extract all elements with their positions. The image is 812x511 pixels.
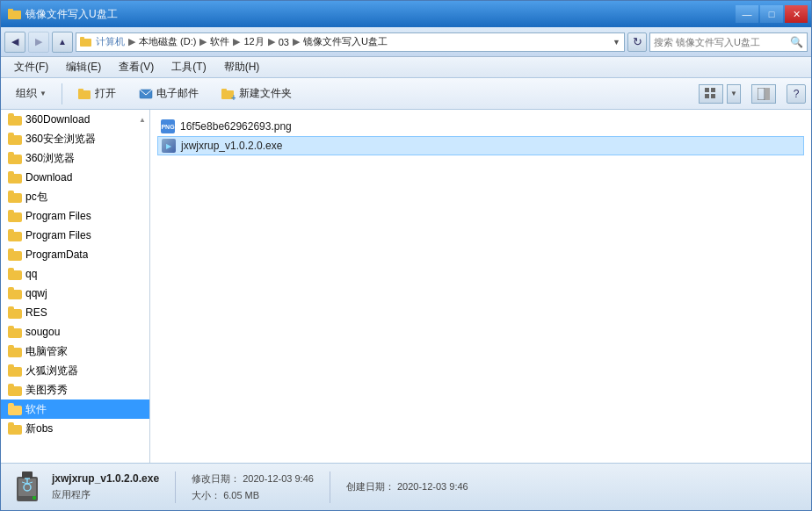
sidebar-label-360browser: 360浏览器 (25, 151, 75, 166)
sidebar-item-diannaogj[interactable]: 电脑管家 (1, 342, 149, 361)
organize-dropdown-arrow: ▼ (40, 90, 47, 97)
grid-view-icon (705, 88, 717, 100)
file-label-exe: jxwjxrup_v1.0.2.0.exe (181, 140, 282, 152)
new-folder-icon: + (221, 87, 236, 101)
sidebar-item-qqwj[interactable]: qqwj (1, 284, 149, 303)
sidebar-item-programfiles1[interactable]: Program Files (1, 206, 149, 226)
folder-icon-360browser-sec (8, 133, 22, 145)
menu-help[interactable]: 帮助(H) (216, 57, 268, 77)
view-dropdown-button[interactable]: ▼ (727, 84, 741, 104)
status-type: 应用程序 (52, 488, 159, 501)
open-button[interactable]: 打开 (68, 82, 126, 106)
menu-bar: 文件(F) 编辑(E) 查看(V) 工具(T) 帮助(H) (1, 57, 811, 78)
address-part-3: 软件 (210, 35, 229, 48)
sidebar: 360Download ▲ 360安全浏览器 360浏览器 Download p… (1, 110, 150, 463)
sep3: ▶ (233, 36, 240, 47)
svg-rect-15 (765, 88, 770, 100)
svg-rect-5 (78, 89, 83, 92)
sidebar-label-programdata: ProgramData (25, 248, 88, 261)
folder-icon-sougou (8, 326, 22, 338)
sidebar-label-pc: pc包 (25, 190, 47, 205)
sep5: ▶ (293, 36, 300, 47)
sidebar-item-qq[interactable]: qq (1, 264, 149, 284)
sidebar-item-newobs[interactable]: 新obs (1, 419, 149, 438)
up-button[interactable]: ▲ (52, 32, 73, 53)
sidebar-label-newobs: 新obs (25, 421, 53, 436)
address-part-6: 镜像文件写入U盘工 (303, 35, 388, 48)
back-button[interactable]: ◀ (4, 32, 25, 53)
search-button[interactable]: 🔍 (790, 36, 803, 48)
sidebar-label-firefox: 火狐浏览器 (25, 363, 78, 378)
new-folder-button[interactable]: + 新建文件夹 (212, 82, 301, 106)
close-button[interactable]: ✕ (785, 5, 808, 23)
address-dropdown-button[interactable]: ▼ (613, 38, 620, 47)
email-button[interactable]: 电子邮件 (129, 82, 208, 106)
svg-rect-11 (711, 88, 715, 92)
sidebar-item-ruanjian[interactable]: 软件 (1, 399, 149, 419)
preview-pane-button[interactable] (751, 84, 776, 104)
sidebar-label-download: Download (25, 171, 72, 184)
refresh-button[interactable]: ↻ (627, 32, 647, 52)
sidebar-item-download[interactable]: Download (1, 168, 149, 187)
sidebar-item-pc[interactable]: pc包 (1, 187, 149, 206)
new-folder-label: 新建文件夹 (239, 86, 292, 101)
sidebar-item-programfiles2[interactable]: Program Files (1, 226, 149, 245)
status-detail-created: 创建日期： 2020-12-03 9:46 (346, 480, 468, 493)
folder-icon-firefox (8, 364, 22, 377)
file-item-png[interactable]: PNG 16f5e8be62962693.png (157, 117, 804, 136)
sidebar-item-firefox[interactable]: 火狐浏览器 (1, 361, 149, 380)
status-size-line: 大小： 6.05 MB (192, 489, 314, 502)
svg-rect-18 (22, 471, 33, 479)
sidebar-item-360browser-sec[interactable]: 360安全浏览器 (1, 129, 149, 148)
menu-tools[interactable]: 工具(T) (163, 57, 214, 77)
usb-icon-area (11, 471, 43, 503)
sep2: ▶ (199, 36, 207, 47)
sidebar-item-programdata[interactable]: ProgramData (1, 245, 149, 264)
sidebar-label-programfiles2: Program Files (25, 229, 91, 241)
sep1: ▶ (128, 36, 135, 47)
search-box: 🔍 (649, 32, 808, 52)
menu-edit[interactable]: 编辑(E) (58, 57, 109, 77)
window-icon (8, 7, 22, 21)
title-bar: 镜像文件写入U盘工 — □ ✕ (1, 1, 811, 27)
address-bar[interactable]: 计算机 ▶ 本地磁盘 (D:) ▶ 软件 ▶ 12月 ▶ 03 ▶ 镜像文件写入… (76, 32, 625, 52)
sidebar-item-360browser[interactable]: 360浏览器 (1, 148, 149, 168)
content-area: 360Download ▲ 360安全浏览器 360浏览器 Download p… (1, 110, 811, 463)
status-bar: jxwjxrup_v1.0.2.0.exe 应用程序 修改日期： 2020-12… (1, 463, 811, 510)
open-icon (77, 87, 91, 101)
organize-label: 组织 (16, 86, 37, 101)
help-button[interactable]: ? (787, 84, 806, 104)
sidebar-expand-360download: ▲ (139, 116, 146, 124)
menu-view[interactable]: 查看(V) (111, 57, 162, 77)
sidebar-item-res[interactable]: RES (1, 303, 149, 322)
menu-file[interactable]: 文件(F) (6, 57, 56, 77)
title-bar-left: 镜像文件写入U盘工 (8, 7, 118, 22)
window: 镜像文件写入U盘工 — □ ✕ ◀ ▶ ▲ 计算机 ▶ 本地磁盘 (D:) ▶ … (0, 0, 812, 511)
minimize-button[interactable]: — (736, 5, 758, 23)
file-item-exe[interactable]: jxwjxrup_v1.0.2.0.exe (157, 136, 804, 155)
folder-icon-small (80, 36, 92, 48)
organize-button[interactable]: 组织 ▼ (6, 82, 56, 106)
sidebar-label-360browser-sec: 360安全浏览器 (25, 132, 96, 147)
address-part-4: 12月 (243, 35, 264, 48)
sidebar-label-360download: 360Download (25, 113, 90, 126)
sidebar-label-ruanjian: 软件 (25, 402, 47, 417)
status-created-label: 创建日期： (346, 481, 395, 492)
svg-rect-10 (705, 88, 709, 92)
toolbar: 组织 ▼ 打开 电子邮件 + 新建文件夹 (1, 78, 811, 110)
sidebar-item-sougou[interactable]: sougou (1, 322, 149, 342)
sidebar-item-meitu[interactable]: 美图秀秀 (1, 380, 149, 399)
maximize-button[interactable]: □ (760, 5, 783, 23)
sidebar-label-meitu: 美图秀秀 (25, 383, 68, 398)
search-input[interactable] (654, 37, 787, 47)
sidebar-item-360download[interactable]: 360Download ▲ (1, 110, 149, 129)
title-controls: — □ ✕ (736, 5, 808, 23)
status-size-label: 大小： (192, 490, 221, 500)
status-separator-2 (330, 471, 330, 503)
folder-icon-programdata (8, 248, 22, 261)
status-detail-modified: 修改日期： 2020-12-03 9:46 大小： 6.05 MB (192, 472, 314, 502)
folder-icon-diannaogj (8, 345, 22, 357)
address-part-1: 计算机 (96, 35, 125, 48)
view-grid-button[interactable] (699, 84, 723, 104)
forward-button[interactable]: ▶ (28, 32, 49, 53)
